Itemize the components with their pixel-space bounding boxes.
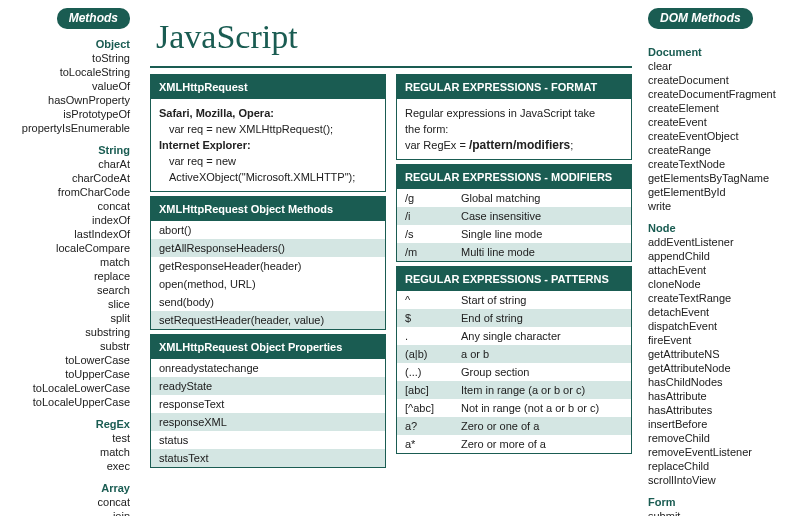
side-group: RegExtestmatchexec <box>6 417 130 473</box>
side-item: fireEvent <box>648 333 786 347</box>
side-item: createDocumentFragment <box>648 87 786 101</box>
row-value: Group section <box>461 364 623 380</box>
row-value: Item in range (a or b or c) <box>461 382 623 398</box>
side-group-title: Array <box>6 481 130 495</box>
side-item: match <box>6 445 130 459</box>
side-item: toLowerCase <box>6 353 130 367</box>
list-item: status <box>151 431 385 449</box>
side-group: DocumentclearcreateDocumentcreateDocumen… <box>648 45 786 213</box>
xhr-header: XMLHttpRequest <box>151 75 385 99</box>
side-item: split <box>6 311 130 325</box>
row-key: /i <box>405 208 461 224</box>
side-item: replaceChild <box>648 459 786 473</box>
side-item: createEvent <box>648 115 786 129</box>
xhr-methods-header: XMLHttpRequest Object Methods <box>151 197 385 221</box>
list-item: getAllResponseHeaders() <box>151 239 385 257</box>
row-value: Single line mode <box>461 226 623 242</box>
side-item: detachEvent <box>648 305 786 319</box>
row-key: /g <box>405 190 461 206</box>
regex-patterns-header: REGULAR EXPRESSIONS - PATTERNS <box>397 267 631 291</box>
side-item: getAttributeNS <box>648 347 786 361</box>
row-value: End of string <box>461 310 623 326</box>
side-item: createDocument <box>648 73 786 87</box>
row-value: Multi line mode <box>461 244 623 260</box>
side-item: join <box>6 509 130 516</box>
side-item: write <box>648 199 786 213</box>
center-left-column: XMLHttpRequest Safari, Mozilla, Opera: v… <box>150 74 386 468</box>
row-key: a? <box>405 418 461 434</box>
row-key: ^ <box>405 292 461 308</box>
side-item: submit <box>648 509 786 516</box>
side-item: toUpperCase <box>6 367 130 381</box>
side-group: Formsubmit <box>648 495 786 516</box>
regex-format-pre: var RegEx = <box>405 139 469 151</box>
list-item: responseXML <box>151 413 385 431</box>
table-row: /mMulti line mode <box>397 243 631 261</box>
side-item: test <box>6 431 130 445</box>
side-item: valueOf <box>6 79 130 93</box>
xhr-browsers-2-code2: ActiveXObject("Microsoft.XMLHTTP"); <box>159 169 377 185</box>
row-key: (a|b) <box>405 346 461 362</box>
row-value: Global matching <box>461 190 623 206</box>
side-item: concat <box>6 199 130 213</box>
side-item: hasChildNodes <box>648 375 786 389</box>
side-item: scrollIntoView <box>648 473 786 487</box>
row-key: [^abc] <box>405 400 461 416</box>
table-row: /gGlobal matching <box>397 189 631 207</box>
sidebar-right: DOM Methods DocumentclearcreateDocumentc… <box>642 0 792 516</box>
xhr-props-block: XMLHttpRequest Object Properties onready… <box>150 334 386 468</box>
side-item: lastIndexOf <box>6 227 130 241</box>
row-value: Start of string <box>461 292 623 308</box>
side-item: localeCompare <box>6 241 130 255</box>
main-content: JavaScript XMLHttpRequest Safari, Mozill… <box>140 0 642 516</box>
side-group: ObjecttoStringtoLocaleStringvalueOfhasOw… <box>6 37 130 135</box>
side-item: clear <box>648 59 786 73</box>
row-key: (...) <box>405 364 461 380</box>
table-row: a*Zero or more of a <box>397 435 631 453</box>
side-item: createRange <box>648 143 786 157</box>
side-group: StringcharAtcharCodeAtfromCharCodeconcat… <box>6 143 130 409</box>
side-item: addEventListener <box>648 235 786 249</box>
side-item: replace <box>6 269 130 283</box>
side-item: isPrototypeOf <box>6 107 130 121</box>
xhr-methods-block: XMLHttpRequest Object Methods abort()get… <box>150 196 386 330</box>
side-item: fromCharCode <box>6 185 130 199</box>
xhr-browsers-2-label: Internet Explorer: <box>159 137 377 153</box>
xhr-browsers-1-label: Safari, Mozilla, Opera: <box>159 105 377 121</box>
side-item: removeChild <box>648 431 786 445</box>
side-group: NodeaddEventListenerappendChildattachEve… <box>648 221 786 487</box>
side-item: dispatchEvent <box>648 319 786 333</box>
row-key: a* <box>405 436 461 452</box>
side-item: charCodeAt <box>6 171 130 185</box>
row-value: Not in range (not a or b or c) <box>461 400 623 416</box>
row-value: Zero or more of a <box>461 436 623 452</box>
list-item: getResponseHeader(header) <box>151 257 385 275</box>
row-value: Any single character <box>461 328 623 344</box>
side-group-title: Node <box>648 221 786 235</box>
side-item: indexOf <box>6 213 130 227</box>
side-item: charAt <box>6 157 130 171</box>
side-item: substring <box>6 325 130 339</box>
methods-badge: Methods <box>57 8 130 29</box>
side-item: propertyIsEnumerable <box>6 121 130 135</box>
side-item: exec <box>6 459 130 473</box>
title-rule <box>150 66 632 68</box>
row-key: . <box>405 328 461 344</box>
side-item: insertBefore <box>648 417 786 431</box>
side-item: concat <box>6 495 130 509</box>
regex-modifiers-header: REGULAR EXPRESSIONS - MODIFIERS <box>397 165 631 189</box>
table-row: .Any single character <box>397 327 631 345</box>
table-row: /iCase insensitive <box>397 207 631 225</box>
table-row: [^abc]Not in range (not a or b or c) <box>397 399 631 417</box>
side-item: toLocaleLowerCase <box>6 381 130 395</box>
regex-patterns-block: REGULAR EXPRESSIONS - PATTERNS ^Start of… <box>396 266 632 454</box>
side-item: removeEventListener <box>648 445 786 459</box>
side-group-title: Document <box>648 45 786 59</box>
side-item: toLocaleString <box>6 65 130 79</box>
row-key: [abc] <box>405 382 461 398</box>
side-item: toLocaleUpperCase <box>6 395 130 409</box>
side-group-title: String <box>6 143 130 157</box>
side-item: slice <box>6 297 130 311</box>
row-value: Case insensitive <box>461 208 623 224</box>
list-item: open(method, URL) <box>151 275 385 293</box>
